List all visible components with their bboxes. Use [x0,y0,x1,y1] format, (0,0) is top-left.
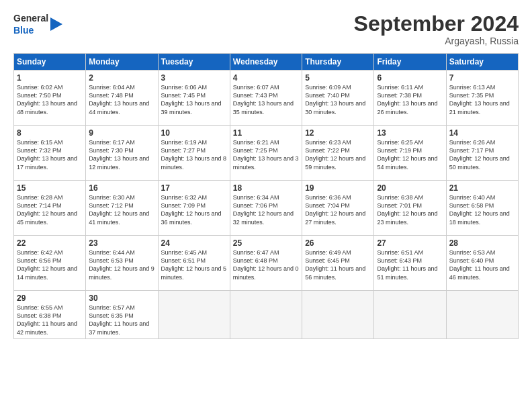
day-number: 28 [449,238,515,248]
table-cell: 11 Sunrise: 6:21 AMSunset: 7:25 PMDaylig… [230,126,302,181]
table-cell: 15 Sunrise: 6:28 AMSunset: 7:14 PMDaylig… [14,181,86,236]
location: Argayash, Russia [354,36,519,46]
day-number: 26 [305,238,371,248]
day-number: 30 [89,293,154,303]
calendar-row: 22 Sunrise: 6:42 AMSunset: 6:56 PMDaylig… [14,236,519,291]
table-cell: 18 Sunrise: 6:34 AMSunset: 7:06 PMDaylig… [230,181,302,236]
table-cell [374,291,446,339]
table-cell: 3 Sunrise: 6:06 AMSunset: 7:45 PMDayligh… [158,71,230,126]
calendar-row: 15 Sunrise: 6:28 AMSunset: 7:14 PMDaylig… [14,181,519,236]
day-number: 19 [305,183,371,193]
table-cell: 22 Sunrise: 6:42 AMSunset: 6:56 PMDaylig… [14,236,86,291]
cell-info: Sunrise: 6:55 AMSunset: 6:38 PMDaylight:… [17,304,77,335]
cell-info: Sunrise: 6:07 AMSunset: 7:43 PMDaylight:… [233,84,294,115]
day-number: 3 [161,73,227,83]
day-number: 7 [449,73,515,83]
table-cell [302,291,374,339]
col-friday: Friday [374,54,446,71]
table-cell [230,291,302,339]
table-cell: 2 Sunrise: 6:04 AMSunset: 7:48 PMDayligh… [86,71,158,126]
day-number: 11 [233,128,299,138]
table-cell: 20 Sunrise: 6:38 AMSunset: 7:01 PMDaylig… [374,181,446,236]
table-cell: 24 Sunrise: 6:45 AMSunset: 6:51 PMDaylig… [158,236,230,291]
col-saturday: Saturday [446,54,518,71]
cell-info: Sunrise: 6:47 AMSunset: 6:48 PMDaylight:… [233,249,299,280]
day-number: 6 [377,73,443,83]
cell-info: Sunrise: 6:23 AMSunset: 7:22 PMDaylight:… [305,139,365,170]
col-monday: Monday [86,54,158,71]
calendar-row: 8 Sunrise: 6:15 AMSunset: 7:32 PMDayligh… [14,126,519,181]
cell-info: Sunrise: 6:09 AMSunset: 7:40 PMDaylight:… [305,84,365,115]
day-number: 29 [17,293,83,303]
logo-arrow-icon [50,15,62,34]
table-cell: 28 Sunrise: 6:53 AMSunset: 6:40 PMDaylig… [446,236,518,291]
day-number: 4 [233,73,299,83]
month-title: September 2024 [354,12,519,36]
day-number: 25 [233,238,299,248]
header: General Blue September 2024 Argayash, Ru… [13,12,519,46]
table-cell: 27 Sunrise: 6:51 AMSunset: 6:43 PMDaylig… [374,236,446,291]
title-block: September 2024 Argayash, Russia [354,12,519,46]
cell-info: Sunrise: 6:38 AMSunset: 7:01 PMDaylight:… [377,194,437,225]
col-wednesday: Wednesday [230,54,302,71]
table-cell: 1 Sunrise: 6:02 AMSunset: 7:50 PMDayligh… [14,71,86,126]
day-number: 15 [17,183,83,193]
calendar-table: Sunday Monday Tuesday Wednesday Thursday… [13,53,519,339]
table-cell: 23 Sunrise: 6:44 AMSunset: 6:53 PMDaylig… [86,236,158,291]
cell-info: Sunrise: 6:57 AMSunset: 6:35 PMDaylight:… [89,304,149,335]
cell-info: Sunrise: 6:15 AMSunset: 7:32 PMDaylight:… [17,139,77,170]
cell-info: Sunrise: 6:06 AMSunset: 7:45 PMDaylight:… [161,84,222,115]
day-number: 2 [89,73,154,83]
table-cell: 8 Sunrise: 6:15 AMSunset: 7:32 PMDayligh… [14,126,86,181]
cell-info: Sunrise: 6:36 AMSunset: 7:04 PMDaylight:… [305,194,365,225]
cell-info: Sunrise: 6:21 AMSunset: 7:25 PMDaylight:… [233,139,299,170]
table-cell: 4 Sunrise: 6:07 AMSunset: 7:43 PMDayligh… [230,71,302,126]
cell-info: Sunrise: 6:04 AMSunset: 7:48 PMDaylight:… [89,84,149,115]
day-number: 27 [377,238,443,248]
day-number: 24 [161,238,227,248]
table-cell: 19 Sunrise: 6:36 AMSunset: 7:04 PMDaylig… [302,181,374,236]
logo: General Blue [13,12,62,36]
day-number: 12 [305,128,371,138]
page: General Blue September 2024 Argayash, Ru… [0,0,532,411]
table-cell: 21 Sunrise: 6:40 AMSunset: 6:58 PMDaylig… [446,181,518,236]
table-cell: 7 Sunrise: 6:13 AMSunset: 7:35 PMDayligh… [446,71,518,126]
table-cell: 29 Sunrise: 6:55 AMSunset: 6:38 PMDaylig… [14,291,86,339]
day-number: 1 [17,73,83,83]
table-cell: 6 Sunrise: 6:11 AMSunset: 7:38 PMDayligh… [374,71,446,126]
table-cell: 12 Sunrise: 6:23 AMSunset: 7:22 PMDaylig… [302,126,374,181]
cell-info: Sunrise: 6:45 AMSunset: 6:51 PMDaylight:… [161,249,227,280]
table-cell: 25 Sunrise: 6:47 AMSunset: 6:48 PMDaylig… [230,236,302,291]
cell-info: Sunrise: 6:28 AMSunset: 7:14 PMDaylight:… [17,194,77,225]
day-number: 22 [17,238,83,248]
day-number: 17 [161,183,227,193]
table-cell: 13 Sunrise: 6:25 AMSunset: 7:19 PMDaylig… [374,126,446,181]
col-sunday: Sunday [14,54,86,71]
table-cell: 16 Sunrise: 6:30 AMSunset: 7:12 PMDaylig… [86,181,158,236]
col-thursday: Thursday [302,54,374,71]
cell-info: Sunrise: 6:44 AMSunset: 6:53 PMDaylight:… [89,249,154,280]
svg-marker-0 [50,17,62,31]
day-number: 18 [233,183,299,193]
calendar-row: 29 Sunrise: 6:55 AMSunset: 6:38 PMDaylig… [14,291,519,339]
table-cell: 17 Sunrise: 6:32 AMSunset: 7:09 PMDaylig… [158,181,230,236]
calendar-row: 1 Sunrise: 6:02 AMSunset: 7:50 PMDayligh… [14,71,519,126]
table-cell [158,291,230,339]
cell-info: Sunrise: 6:25 AMSunset: 7:19 PMDaylight:… [377,139,437,170]
table-cell: 10 Sunrise: 6:19 AMSunset: 7:27 PMDaylig… [158,126,230,181]
table-cell [446,291,518,339]
cell-info: Sunrise: 6:51 AMSunset: 6:43 PMDaylight:… [377,249,437,280]
day-number: 5 [305,73,371,83]
cell-info: Sunrise: 6:40 AMSunset: 6:58 PMDaylight:… [449,194,510,225]
day-number: 10 [161,128,227,138]
cell-info: Sunrise: 6:32 AMSunset: 7:09 PMDaylight:… [161,194,222,225]
cell-info: Sunrise: 6:34 AMSunset: 7:06 PMDaylight:… [233,194,294,225]
day-number: 8 [17,128,83,138]
cell-info: Sunrise: 6:11 AMSunset: 7:38 PMDaylight:… [377,84,437,115]
table-cell: 30 Sunrise: 6:57 AMSunset: 6:35 PMDaylig… [86,291,158,339]
cell-info: Sunrise: 6:53 AMSunset: 6:40 PMDaylight:… [449,249,510,280]
cell-info: Sunrise: 6:17 AMSunset: 7:30 PMDaylight:… [89,139,149,170]
table-cell: 14 Sunrise: 6:26 AMSunset: 7:17 PMDaylig… [446,126,518,181]
calendar-header-row: Sunday Monday Tuesday Wednesday Thursday… [14,54,519,71]
cell-info: Sunrise: 6:26 AMSunset: 7:17 PMDaylight:… [449,139,510,170]
